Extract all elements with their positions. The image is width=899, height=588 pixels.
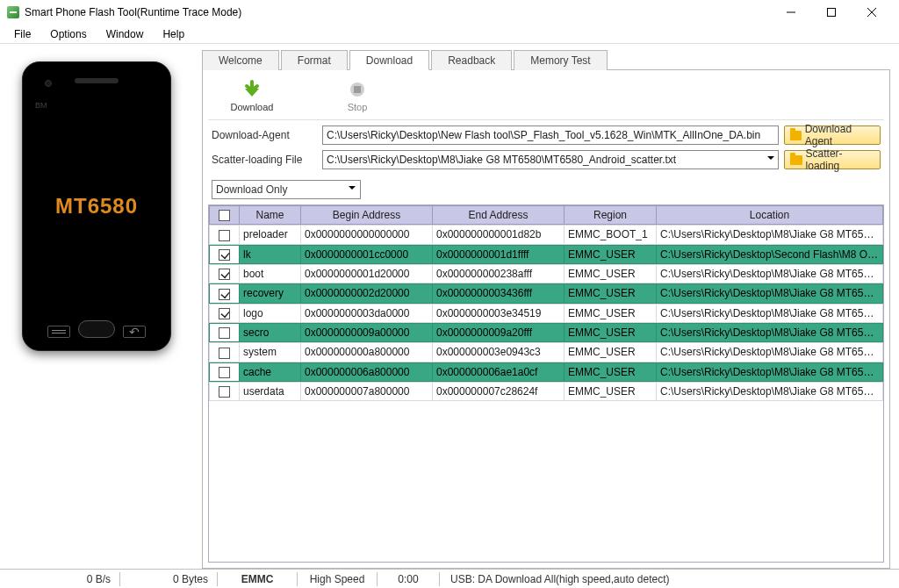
cell-region: EMMC_USER	[565, 362, 657, 381]
download-agent-browse-label: Download Agent	[805, 123, 874, 147]
scatter-file-browse-label: Scatter-loading	[806, 147, 874, 172]
phone-back-icon: ↶	[123, 326, 146, 338]
download-agent-field[interactable]: C:\Users\Ricky\Desktop\New Flash tool\SP…	[322, 125, 779, 145]
cell-begin: 0x000000006a800000	[301, 362, 433, 381]
table-row[interactable]: boot0x0000000001d200000x000000000238afff…	[209, 264, 883, 283]
window-title: Smart Phone Flash Tool(Runtime Trace Mod…	[25, 6, 771, 18]
phone-menu-icon	[47, 326, 70, 338]
cell-location: C:\Users\Ricky\Desktop\M8\Jiake G8 MT658…	[657, 323, 883, 341]
row-checkbox[interactable]	[219, 289, 230, 300]
phone-graphic: BM MT6580 ↶	[22, 61, 171, 351]
header-region[interactable]: Region	[565, 206, 657, 225]
cell-end: 0x0000000009a20fff	[433, 323, 565, 341]
tab-welcome[interactable]: Welcome	[202, 50, 279, 70]
cell-name: system	[240, 343, 301, 362]
table-row[interactable]: userdata0x000000007a8000000x000000007c28…	[209, 382, 883, 401]
status-speed: High Speed	[298, 573, 377, 585]
cell-name: secro	[240, 323, 301, 341]
toolbar: Download Stop	[208, 75, 884, 120]
cell-region: EMMC_USER	[565, 304, 657, 322]
cell-region: EMMC_USER	[565, 264, 657, 283]
download-button[interactable]: Download	[217, 79, 287, 112]
partition-table: Name Begin Address End Address Region Lo…	[208, 204, 884, 563]
cell-end: 0x000000006ae1a0cf	[433, 362, 565, 381]
header-check-all[interactable]	[210, 206, 240, 225]
statusbar: 0 B/s 0 Bytes EMMC High Speed 0:00 USB: …	[0, 569, 899, 588]
download-arrow-icon	[241, 79, 263, 100]
cell-location: C:\Users\Ricky\Desktop\M8\Jiake G8 MT658…	[657, 264, 883, 283]
row-checkbox[interactable]	[219, 386, 230, 398]
cell-region: EMMC_USER	[565, 343, 657, 362]
cell-location: C:\Users\Ricky\Desktop\M8\Jiake G8 MT658…	[657, 343, 883, 362]
cell-name: logo	[240, 304, 301, 322]
table-row[interactable]: logo0x0000000003da00000x0000000003e34519…	[209, 304, 883, 323]
download-mode-value: Download Only	[216, 183, 287, 196]
left-pane: BM MT6580 ↶	[0, 44, 193, 569]
cell-region: EMMC_USER	[565, 245, 657, 263]
cell-name: lk	[240, 245, 301, 263]
cell-begin: 0x000000000a800000	[301, 343, 433, 362]
svg-rect-1	[828, 9, 836, 17]
cell-end: 0x0000000003436fff	[433, 284, 565, 303]
menubar: File Options Window Help	[0, 25, 899, 44]
scatter-file-label: Scatter-loading File	[212, 154, 317, 166]
phone-speaker-icon	[75, 78, 119, 83]
menu-options[interactable]: Options	[41, 26, 95, 42]
scatter-file-field[interactable]: C:\Users\Ricky\Desktop\M8\Jiake G8 MT658…	[322, 150, 779, 169]
tab-memory-test[interactable]: Memory Test	[514, 50, 607, 70]
scatter-file-browse-button[interactable]: Scatter-loading	[784, 150, 881, 169]
cell-end: 0x000000000001d82b	[433, 226, 565, 244]
row-checkbox[interactable]	[219, 230, 230, 241]
cell-name: recovery	[240, 284, 301, 303]
status-time: 0:00	[378, 573, 439, 585]
folder-icon	[790, 131, 802, 140]
row-checkbox[interactable]	[219, 367, 230, 378]
maximize-button[interactable]	[811, 0, 852, 25]
cell-end: 0x000000007c28624f	[433, 382, 565, 400]
header-begin[interactable]: Begin Address	[301, 206, 433, 225]
tab-format[interactable]: Format	[281, 50, 348, 70]
stop-icon	[347, 79, 368, 100]
tab-download[interactable]: Download	[349, 50, 429, 70]
cell-name: cache	[240, 362, 301, 381]
menu-file[interactable]: File	[5, 26, 40, 42]
status-bytes: 0 Bytes	[120, 573, 217, 585]
row-checkbox[interactable]	[219, 249, 230, 261]
cell-name: userdata	[240, 382, 301, 400]
tabbar: Welcome Format Download Readback Memory …	[202, 49, 890, 70]
table-row[interactable]: recovery0x0000000002d200000x000000000343…	[209, 283, 883, 303]
titlebar: Smart Phone Flash Tool(Runtime Trace Mod…	[0, 0, 899, 25]
header-end[interactable]: End Address	[433, 206, 565, 225]
minimize-button[interactable]	[771, 0, 811, 25]
header-name[interactable]: Name	[240, 206, 301, 225]
status-rate: 0 B/s	[5, 573, 119, 585]
tab-readback[interactable]: Readback	[431, 50, 512, 70]
row-checkbox[interactable]	[219, 327, 230, 339]
row-checkbox[interactable]	[219, 348, 230, 359]
menu-window[interactable]: Window	[97, 26, 153, 42]
cell-begin: 0x0000000000000000	[301, 226, 433, 244]
row-checkbox[interactable]	[219, 269, 230, 280]
app-icon	[7, 6, 19, 18]
download-agent-browse-button[interactable]: Download Agent	[784, 125, 881, 145]
cell-region: EMMC_USER	[565, 323, 657, 341]
cell-name: preloader	[240, 226, 301, 244]
cell-location: C:\Users\Ricky\Desktop\M8\Jiake G8 MT658…	[657, 382, 883, 400]
header-location[interactable]: Location	[657, 206, 883, 225]
cell-begin: 0x0000000009a00000	[301, 323, 433, 341]
stop-button[interactable]: Stop	[322, 79, 392, 112]
cell-end: 0x000000003e0943c3	[433, 343, 565, 362]
close-button[interactable]	[852, 0, 892, 25]
menu-help[interactable]: Help	[154, 26, 193, 42]
download-mode-select[interactable]: Download Only	[212, 180, 361, 199]
table-row[interactable]: secro0x0000000009a000000x0000000009a20ff…	[209, 323, 883, 342]
table-row[interactable]: cache0x000000006a8000000x000000006ae1a0c…	[209, 362, 883, 382]
cell-region: EMMC_BOOT_1	[565, 226, 657, 244]
table-row[interactable]: system0x000000000a8000000x000000003e0943…	[209, 342, 883, 362]
table-row[interactable]: lk0x0000000001cc00000x0000000001d1ffffEM…	[209, 245, 883, 264]
phone-bm-label: BM	[35, 101, 47, 110]
download-button-label: Download	[231, 102, 274, 112]
cell-location: C:\Users\Ricky\Desktop\M8\Jiake G8 MT658…	[657, 284, 883, 303]
table-row[interactable]: preloader0x00000000000000000x00000000000…	[209, 225, 883, 244]
row-checkbox[interactable]	[219, 308, 230, 319]
